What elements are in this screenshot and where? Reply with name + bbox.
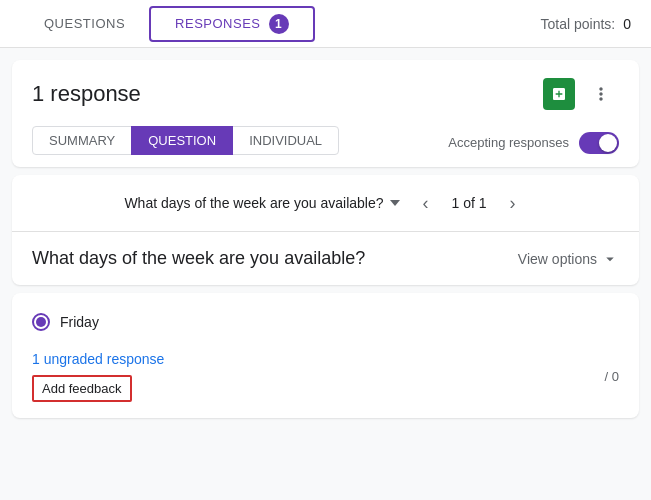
answer-text: Friday bbox=[60, 314, 99, 330]
question-selector: What days of the week are you available?… bbox=[12, 175, 639, 232]
total-points-section: Total points: 0 bbox=[540, 16, 631, 32]
question-dropdown-text: What days of the week are you available? bbox=[124, 195, 383, 211]
response-header-card: 1 response SUMMARY QUESTION INDIVIDUAL A… bbox=[12, 60, 639, 167]
top-nav: QUESTIONS RESPONSES 1 Total points: 0 bbox=[0, 0, 651, 48]
feedback-row: 1 ungraded response Add feedback / 0 bbox=[32, 351, 619, 402]
header-actions bbox=[543, 76, 619, 112]
tab-responses[interactable]: RESPONSES 1 bbox=[149, 6, 314, 42]
chevron-down-icon bbox=[390, 200, 400, 206]
view-options-button[interactable]: View options bbox=[518, 250, 619, 268]
total-points-label: Total points: bbox=[540, 16, 615, 32]
feedback-left: 1 ungraded response Add feedback bbox=[32, 351, 164, 402]
page-current: 1 bbox=[452, 195, 460, 211]
page-indicator: 1 of 1 bbox=[452, 195, 487, 211]
prev-question-button[interactable]: ‹ bbox=[412, 189, 440, 217]
toggle-knob bbox=[599, 134, 617, 152]
question-nav-card: What days of the week are you available?… bbox=[12, 175, 639, 285]
tab-summary[interactable]: SUMMARY bbox=[32, 126, 132, 155]
answer-card: Friday 1 ungraded response Add feedback … bbox=[12, 293, 639, 418]
radio-button bbox=[32, 313, 50, 331]
points-display: / 0 bbox=[605, 369, 619, 384]
next-question-button[interactable]: › bbox=[499, 189, 527, 217]
radio-dot bbox=[36, 317, 46, 327]
responses-badge: 1 bbox=[269, 14, 289, 34]
accepting-row: Accepting responses bbox=[448, 132, 619, 154]
tab-questions[interactable]: QUESTIONS bbox=[20, 0, 149, 47]
ungraded-link[interactable]: 1 ungraded response bbox=[32, 351, 164, 367]
question-dropdown[interactable]: What days of the week are you available? bbox=[124, 195, 399, 211]
page-of: of bbox=[463, 195, 475, 211]
tab-individual[interactable]: INDIVIDUAL bbox=[232, 126, 339, 155]
page-total: 1 bbox=[479, 195, 487, 211]
view-tabs: SUMMARY QUESTION INDIVIDUAL bbox=[32, 126, 339, 155]
more-options-button[interactable] bbox=[583, 76, 619, 112]
response-count: 1 response bbox=[32, 81, 141, 107]
question-body: What days of the week are you available?… bbox=[12, 232, 639, 285]
view-options-label: View options bbox=[518, 251, 597, 267]
tab-question[interactable]: QUESTION bbox=[131, 126, 233, 155]
question-title: What days of the week are you available? bbox=[32, 248, 365, 269]
total-points-value: 0 bbox=[623, 16, 631, 32]
accepting-toggle[interactable] bbox=[579, 132, 619, 154]
add-feedback-button[interactable]: Add feedback bbox=[32, 375, 132, 402]
add-to-sheets-button[interactable] bbox=[543, 78, 575, 110]
answer-row: Friday bbox=[32, 313, 619, 331]
response-count-row: 1 response bbox=[32, 76, 619, 112]
nav-tabs: QUESTIONS RESPONSES 1 bbox=[20, 0, 315, 47]
accepting-label: Accepting responses bbox=[448, 135, 569, 150]
chevron-down-icon bbox=[601, 250, 619, 268]
